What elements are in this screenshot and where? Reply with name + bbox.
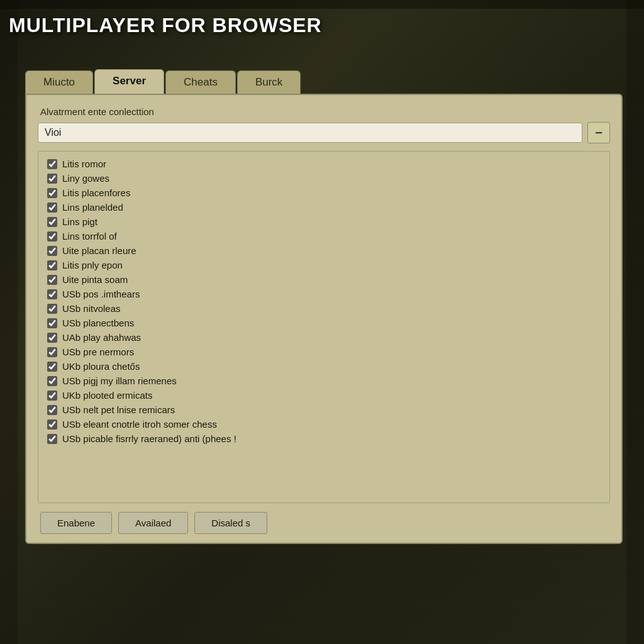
bg-left-bar bbox=[0, 0, 18, 644]
check-item: USb picable fisrrly raeraned) anti (phee… bbox=[47, 433, 601, 445]
check-item: USb pos .imthears bbox=[47, 288, 601, 300]
check-item-checkbox-1[interactable] bbox=[47, 159, 57, 169]
check-item-checkbox-12[interactable] bbox=[47, 318, 57, 328]
check-item-checkbox-15[interactable] bbox=[47, 362, 57, 372]
check-item-label-14[interactable]: USb pre nermors bbox=[62, 347, 134, 357]
check-item: Litis pnly epon bbox=[47, 259, 601, 271]
check-item: Lins torrfol of bbox=[47, 230, 601, 242]
check-item: Uite pinta soam bbox=[47, 274, 601, 286]
check-item-checkbox-3[interactable] bbox=[47, 188, 57, 198]
tab-miucto[interactable]: Miucto bbox=[25, 70, 93, 94]
app-title: MULTIPLAYER FOR BROWSER bbox=[9, 14, 322, 37]
check-item-label-18[interactable]: USb nelt pet lnise remicars bbox=[62, 404, 175, 415]
check-item-label-11[interactable]: USb nitvoleas bbox=[62, 303, 121, 314]
check-item-label-19[interactable]: USb eleant cnotrle itroh somer chess bbox=[62, 419, 217, 430]
check-item-checkbox-11[interactable] bbox=[47, 304, 57, 314]
input-row: − bbox=[38, 122, 610, 143]
check-item: Litis romor bbox=[47, 158, 601, 170]
check-item-label-16[interactable]: USb pigj my illam riemenes bbox=[62, 375, 177, 386]
check-item: USb nitvoleas bbox=[47, 303, 601, 314]
check-item-checkbox-8[interactable] bbox=[47, 260, 57, 270]
check-item: Litis placenfores bbox=[47, 187, 601, 199]
check-item-label-8[interactable]: Litis pnly epon bbox=[62, 260, 123, 270]
availaed-button[interactable]: Availaed bbox=[118, 512, 188, 534]
check-item-checkbox-10[interactable] bbox=[47, 289, 57, 299]
connection-input[interactable] bbox=[38, 123, 582, 143]
main-dialog: Miucto Server Cheats Burck Alvatrment en… bbox=[25, 69, 623, 544]
check-item: UKb plooted ermicats bbox=[47, 389, 601, 401]
check-item: USb nelt pet lnise remicars bbox=[47, 404, 601, 416]
check-item-checkbox-4[interactable] bbox=[47, 203, 57, 213]
bottom-buttons: EnabeneAvailaedDisaled s bbox=[38, 512, 610, 534]
check-item-label-13[interactable]: UAb play ahahwas bbox=[62, 332, 141, 343]
bg-hud-top bbox=[0, 0, 644, 9]
check-item: UKb ploura chetős bbox=[47, 360, 601, 372]
check-item-label-20[interactable]: USb picable fisrrly raeraned) anti (phee… bbox=[62, 433, 236, 444]
check-item-checkbox-17[interactable] bbox=[47, 391, 57, 401]
tab-burck[interactable]: Burck bbox=[237, 70, 301, 94]
bg-right-bar bbox=[626, 0, 644, 644]
checklist: Litis romorLiny gowesLitis placenforesLi… bbox=[38, 151, 610, 503]
tab-bar: Miucto Server Cheats Burck bbox=[25, 69, 623, 94]
connection-label: Alvatrment ente conlecttion bbox=[38, 106, 610, 117]
check-item-label-1[interactable]: Litis romor bbox=[62, 158, 106, 169]
tab-server[interactable]: Server bbox=[94, 69, 164, 94]
disaled-s-button[interactable]: Disaled s bbox=[194, 512, 267, 534]
check-item-checkbox-9[interactable] bbox=[47, 275, 57, 285]
check-item-checkbox-16[interactable] bbox=[47, 376, 57, 386]
check-item: Uite placan rleure bbox=[47, 245, 601, 257]
check-item-checkbox-20[interactable] bbox=[47, 434, 57, 444]
check-item-checkbox-2[interactable] bbox=[47, 174, 57, 184]
check-item-checkbox-13[interactable] bbox=[47, 333, 57, 343]
check-item-checkbox-7[interactable] bbox=[47, 246, 57, 256]
check-item-label-10[interactable]: USb pos .imthears bbox=[62, 289, 140, 299]
check-item-checkbox-5[interactable] bbox=[47, 217, 57, 227]
check-item: USb pre nermors bbox=[47, 346, 601, 358]
check-item: Lins pigt bbox=[47, 216, 601, 228]
check-item: Lins planelded bbox=[47, 201, 601, 213]
check-item: USb pigj my illam riemenes bbox=[47, 375, 601, 387]
check-item: UAb play ahahwas bbox=[47, 331, 601, 343]
dialog-panel: Alvatrment ente conlecttion − Litis romo… bbox=[25, 94, 623, 544]
check-item-label-4[interactable]: Lins planelded bbox=[62, 202, 123, 213]
check-item-label-3[interactable]: Litis placenfores bbox=[62, 187, 130, 198]
check-item-label-17[interactable]: UKb plooted ermicats bbox=[62, 390, 152, 401]
check-item-checkbox-14[interactable] bbox=[47, 347, 57, 357]
enabene-button[interactable]: Enabene bbox=[40, 512, 112, 534]
check-item-checkbox-19[interactable] bbox=[47, 419, 57, 430]
check-item-label-12[interactable]: USb planectbens bbox=[62, 318, 134, 328]
check-item-checkbox-6[interactable] bbox=[47, 231, 57, 242]
check-item: Liny gowes bbox=[47, 172, 601, 184]
check-item-label-7[interactable]: Uite placan rleure bbox=[62, 245, 136, 256]
check-item: USb planectbens bbox=[47, 317, 601, 329]
check-item-label-15[interactable]: UKb ploura chetős bbox=[62, 361, 140, 372]
check-item-label-2[interactable]: Liny gowes bbox=[62, 173, 109, 184]
minus-button[interactable]: − bbox=[587, 122, 610, 143]
check-item-label-9[interactable]: Uite pinta soam bbox=[62, 274, 128, 285]
check-item: USb eleant cnotrle itroh somer chess bbox=[47, 418, 601, 430]
check-item-label-5[interactable]: Lins pigt bbox=[62, 216, 97, 227]
check-item-label-6[interactable]: Lins torrfol of bbox=[62, 231, 117, 242]
check-item-checkbox-18[interactable] bbox=[47, 405, 57, 415]
tab-cheats[interactable]: Cheats bbox=[165, 70, 236, 94]
